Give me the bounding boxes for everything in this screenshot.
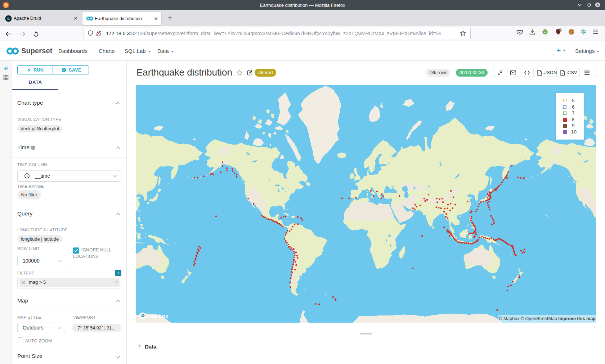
svg-text:mapbox: mapbox [147, 313, 169, 319]
svg-text:2: 2 [560, 29, 561, 31]
